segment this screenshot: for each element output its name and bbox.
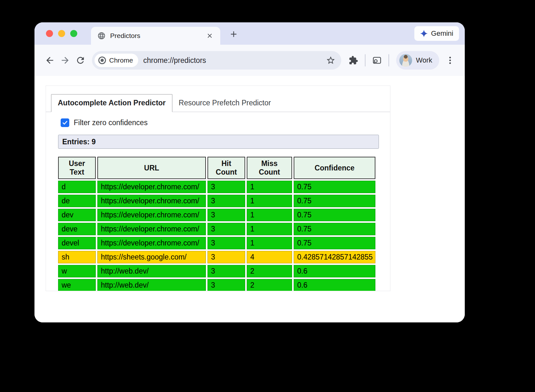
tab-autocomplete-action-predictor[interactable]: Autocomplete Action Predictor <box>51 94 172 112</box>
new-tab-button[interactable] <box>227 28 240 41</box>
cell-miss: 2 <box>247 265 292 277</box>
cell-hit: 3 <box>207 223 245 235</box>
header-url: URL <box>97 157 206 179</box>
table-row: devehttps://developer.chrome.com/310.75 <box>58 223 375 235</box>
close-tab-icon[interactable] <box>204 30 215 41</box>
minimize-window-button[interactable] <box>58 30 65 37</box>
cell-confidence: 0.75 <box>294 237 375 249</box>
cell-confidence: 0.75 <box>294 209 375 221</box>
extensions-icon[interactable] <box>346 53 361 68</box>
bookmark-star-icon[interactable] <box>326 56 335 65</box>
cell-user_text: deve <box>58 223 96 235</box>
chrome-site-chip[interactable]: Chrome <box>94 54 138 67</box>
cell-user_text: de <box>58 195 96 207</box>
cell-url: https://developer.chrome.com/ <box>97 237 206 249</box>
filter-row: Filter zero confidences <box>61 118 390 127</box>
maximize-window-button[interactable] <box>70 30 77 37</box>
address-bar[interactable]: Chrome chrome://predictors <box>92 51 341 70</box>
cell-hit: 3 <box>207 265 245 277</box>
table-row: shhttps://sheets.google.com/340.42857142… <box>58 251 375 263</box>
cell-miss: 1 <box>247 195 292 207</box>
cell-miss: 1 <box>247 223 292 235</box>
cell-user_text: sh <box>58 251 96 263</box>
cell-url: https://developer.chrome.com/ <box>97 209 206 221</box>
tab-search-icon[interactable] <box>369 53 385 68</box>
gemini-badge[interactable]: Gemini <box>414 26 459 41</box>
cell-hit: 3 <box>207 195 245 207</box>
menu-kebab-icon[interactable] <box>442 53 458 68</box>
cell-user_text: dev <box>58 209 96 221</box>
reload-button[interactable] <box>73 53 88 68</box>
cell-hit: 3 <box>207 279 245 291</box>
cell-confidence: 0.75 <box>294 195 375 207</box>
table-row: whttp://web.dev/320.6 <box>58 265 375 277</box>
cell-miss: 1 <box>247 181 292 193</box>
filter-zero-confidences-checkbox[interactable] <box>61 118 69 127</box>
table-row: dhttps://developer.chrome.com/310.75 <box>58 181 375 193</box>
close-window-button[interactable] <box>46 30 53 37</box>
cell-confidence: 0.6 <box>294 279 375 291</box>
browser-tab-predictors[interactable]: Predictors <box>91 27 220 45</box>
cell-user_text: d <box>58 181 96 193</box>
cell-hit: 3 <box>207 181 245 193</box>
cell-url: http://web.dev/ <box>97 279 206 291</box>
cell-miss: 4 <box>247 251 292 263</box>
page-content: Autocomplete Action Predictor Resource P… <box>34 76 465 322</box>
globe-icon <box>97 32 106 40</box>
cell-confidence: 0.6 <box>294 265 375 277</box>
predictor-table-body: dhttps://developer.chrome.com/310.75deht… <box>58 181 375 291</box>
cell-url: https://sheets.google.com/ <box>97 251 206 263</box>
header-hit-count: Hit Count <box>207 157 245 179</box>
gemini-label: Gemini <box>431 29 453 38</box>
cell-user_text: devel <box>58 237 96 249</box>
predictors-panel: Autocomplete Action Predictor Resource P… <box>46 86 390 291</box>
chrome-logo-icon <box>98 57 106 64</box>
predictor-table-head: User Text URL Hit Count Miss Count Confi… <box>58 157 375 179</box>
header-confidence: Confidence <box>294 157 375 179</box>
browser-window: Predictors Gemini <box>34 22 465 322</box>
predictor-tab-strip: Autocomplete Action Predictor Resource P… <box>46 86 390 112</box>
site-chip-label: Chrome <box>109 57 133 64</box>
filter-checkbox-label: Filter zero confidences <box>74 118 147 127</box>
cell-url: https://developer.chrome.com/ <box>97 195 206 207</box>
tab-title: Predictors <box>110 32 204 40</box>
header-miss-count: Miss Count <box>247 157 292 179</box>
cell-hit: 3 <box>207 237 245 249</box>
cell-confidence: 0.75 <box>294 181 375 193</box>
traffic-lights <box>46 30 77 37</box>
back-button[interactable] <box>42 53 57 68</box>
avatar <box>399 54 412 67</box>
table-row: develhttps://developer.chrome.com/310.75 <box>58 237 375 249</box>
gemini-sparkle-icon <box>420 30 428 37</box>
url-text: chrome://predictors <box>143 56 326 65</box>
cell-url: https://developer.chrome.com/ <box>97 181 206 193</box>
cell-hit: 3 <box>207 251 245 263</box>
table-row: dehttps://developer.chrome.com/310.75 <box>58 195 375 207</box>
profile-chip[interactable]: Work <box>396 51 439 70</box>
tab-strip: Predictors Gemini <box>34 22 465 45</box>
cell-confidence: 0.75 <box>294 223 375 235</box>
cell-user_text: w <box>58 265 96 277</box>
cell-hit: 3 <box>207 209 245 221</box>
cell-miss: 1 <box>247 209 292 221</box>
predictor-table: User Text URL Hit Count Miss Count Confi… <box>57 155 377 291</box>
table-row: wehttp://web.dev/320.6 <box>58 279 375 291</box>
forward-button[interactable] <box>57 53 73 68</box>
cell-miss: 1 <box>247 237 292 249</box>
profile-name: Work <box>416 56 432 64</box>
entries-count-bar: Entries: 9 <box>58 135 379 149</box>
table-row: devhttps://developer.chrome.com/310.75 <box>58 209 375 221</box>
cell-url: http://web.dev/ <box>97 265 206 277</box>
cell-confidence: 0.42857142857142855 <box>294 251 375 263</box>
toolbar-divider <box>388 54 389 66</box>
cell-user_text: we <box>58 279 96 291</box>
toolbar-divider <box>365 54 365 66</box>
toolbar: Chrome chrome://predictors Work <box>34 45 465 76</box>
tab-resource-prefetch-predictor[interactable]: Resource Prefetch Predictor <box>172 94 277 112</box>
cell-miss: 2 <box>247 279 292 291</box>
header-user-text: User Text <box>58 157 96 179</box>
cell-url: https://developer.chrome.com/ <box>97 223 206 235</box>
